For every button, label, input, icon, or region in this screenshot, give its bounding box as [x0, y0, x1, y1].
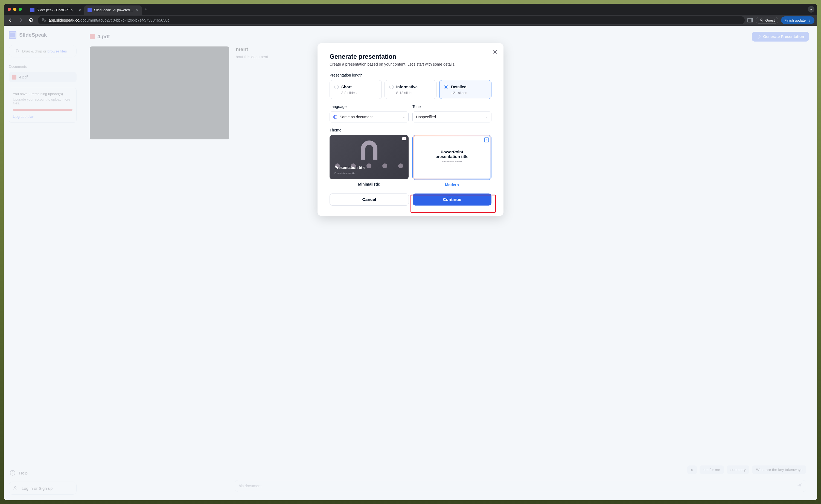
- profile-button[interactable]: Guest: [756, 17, 778, 24]
- kebab-icon: ⋮: [807, 18, 811, 22]
- length-option-short[interactable]: Short 3-8 slides: [329, 80, 382, 99]
- preview-subtitle: Presentation sub title: [334, 172, 403, 174]
- theme-label: Theme: [329, 128, 492, 132]
- svg-rect-1: [44, 20, 45, 21]
- url-text: app.slidespeak.co/document/ac0b27c0-bb7c…: [49, 18, 169, 22]
- window-minimize[interactable]: [13, 8, 16, 11]
- preview-title: PowerPointpresentation title: [436, 150, 469, 159]
- length-sub: 3-8 slides: [341, 91, 377, 95]
- modal-actions: Cancel Continue: [329, 194, 492, 206]
- app-content: SlideSpeak Drag & drop or browse files D…: [4, 26, 817, 500]
- theme-option-minimalistic[interactable]: ● Presentation title Presentation sub ti…: [329, 135, 408, 187]
- language-label: Language: [329, 104, 408, 109]
- length-option-detailed[interactable]: Detailed 12+ slides: [439, 80, 492, 99]
- address-bar[interactable]: app.slidespeak.co/document/ac0b27c0-bb7c…: [38, 16, 745, 24]
- tab-close-icon[interactable]: ×: [79, 8, 81, 12]
- tone-select[interactable]: Unspecified ⌄: [413, 112, 492, 122]
- browser-toolbar: app.slidespeak.co/document/ac0b27c0-bb7c…: [4, 15, 817, 26]
- window-maximize[interactable]: [19, 8, 22, 11]
- forward-button[interactable]: [17, 16, 25, 24]
- side-panel-icon[interactable]: [747, 18, 753, 22]
- theme-badge: ●: [402, 137, 406, 140]
- tone-value: Unspecified: [416, 115, 436, 119]
- modal-subtitle: Create a presentation based on your cont…: [329, 62, 492, 66]
- tab-title: SlideSpeak - ChatGPT powe…: [37, 8, 77, 12]
- tab-close-icon[interactable]: ×: [136, 8, 138, 12]
- preview-subtitle: Presentation subtitle: [442, 160, 462, 163]
- finish-update-label: Finish update: [784, 18, 806, 22]
- browser-tab-1[interactable]: SlideSpeak - ChatGPT powe… ×: [27, 5, 84, 15]
- browser-tab-active[interactable]: SlideSpeak | AI powered pres… ×: [84, 5, 142, 15]
- guest-icon: [759, 18, 764, 22]
- theme-preview: ● Presentation title Presentation sub ti…: [329, 135, 408, 179]
- modal-title: Generate presentation: [329, 53, 492, 60]
- guest-label: Guest: [765, 18, 775, 22]
- language-select[interactable]: Same as document ⌄: [329, 112, 408, 122]
- theme-name: Modern: [413, 183, 492, 187]
- globe-icon: [333, 115, 337, 119]
- length-title: Detailed: [451, 85, 466, 89]
- cancel-button[interactable]: Cancel: [329, 194, 409, 206]
- favicon-icon: [87, 8, 92, 12]
- length-option-informative[interactable]: Informative 8-12 slides: [384, 80, 437, 99]
- continue-button[interactable]: Continue: [413, 194, 492, 206]
- reload-button[interactable]: [27, 16, 35, 24]
- length-sub: 8-12 slides: [396, 91, 432, 95]
- length-sub: 12+ slides: [451, 91, 487, 95]
- svg-rect-0: [42, 19, 43, 20]
- preview-footer: ● ——: [450, 164, 454, 166]
- back-button[interactable]: [7, 16, 14, 24]
- check-icon: ✓: [484, 137, 489, 142]
- close-icon[interactable]: ✕: [493, 49, 498, 56]
- theme-options: ● Presentation title Presentation sub ti…: [329, 135, 492, 187]
- theme-preview: PowerPointpresentation title Presentatio…: [414, 136, 490, 178]
- window-controls: [8, 8, 22, 11]
- preview-title: Presentation title: [334, 165, 403, 170]
- preview-graphic: [361, 140, 377, 160]
- language-value: Same as document: [340, 115, 373, 119]
- radio-icon: [334, 85, 338, 89]
- chevron-down-icon: ⌄: [402, 115, 405, 119]
- favicon-icon: [30, 8, 34, 12]
- tab-bar: SlideSpeak - ChatGPT powe… × SlideSpeak …: [4, 4, 817, 15]
- new-tab-button[interactable]: +: [142, 7, 150, 12]
- theme-option-modern[interactable]: ✓ PowerPointpresentation title Presentat…: [413, 135, 492, 187]
- tab-title: SlideSpeak | AI powered pres…: [94, 8, 134, 12]
- window-close[interactable]: [8, 8, 11, 11]
- length-title: Short: [341, 85, 352, 89]
- generate-presentation-modal: ✕ Generate presentation Create a present…: [317, 43, 504, 216]
- svg-point-2: [761, 19, 762, 20]
- toolbar-right: Guest Finish update ⋮: [747, 16, 814, 24]
- theme-preview-selected: ✓ PowerPointpresentation title Presentat…: [413, 135, 492, 180]
- radio-icon: [444, 85, 448, 89]
- length-title: Informative: [396, 85, 418, 89]
- length-options: Short 3-8 slides Informative 8-12 slides…: [329, 80, 492, 99]
- tab-overflow-menu[interactable]: [808, 6, 814, 13]
- chevron-down-icon: ⌄: [485, 115, 488, 119]
- tabs-container: SlideSpeak - ChatGPT powe… × SlideSpeak …: [27, 4, 150, 15]
- tone-label: Tone: [413, 104, 492, 109]
- browser-window: SlideSpeak - ChatGPT powe… × SlideSpeak …: [4, 4, 817, 500]
- theme-name: Minimalistic: [329, 182, 408, 186]
- site-settings-icon[interactable]: [42, 18, 46, 23]
- modal-layer: ✕ Generate presentation Create a present…: [4, 26, 817, 500]
- length-label: Presentation length: [329, 73, 492, 77]
- finish-update-button[interactable]: Finish update ⋮: [781, 16, 814, 24]
- radio-icon: [389, 85, 393, 89]
